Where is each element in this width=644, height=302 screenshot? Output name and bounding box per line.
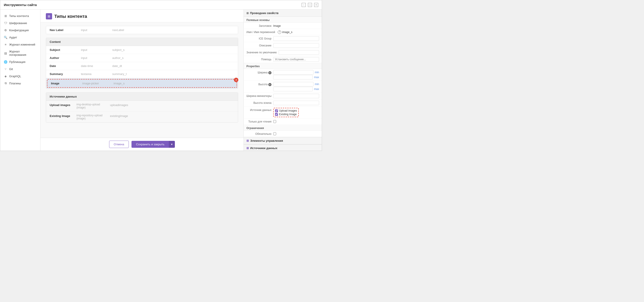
help-icon[interactable]: ? bbox=[278, 30, 281, 34]
sketch-height-input[interactable] bbox=[273, 101, 319, 105]
description-input[interactable] bbox=[273, 43, 319, 48]
form-area: Nav Label input navLabel Content Subject… bbox=[40, 22, 244, 138]
subject-varname: subject_s bbox=[112, 48, 124, 52]
sidebar-item-git[interactable]: ⑂Git bbox=[0, 65, 40, 73]
panel-row-default: Значение по умолчанию bbox=[244, 49, 322, 56]
upload-images-checkbox[interactable] bbox=[275, 109, 278, 112]
default-value-input[interactable] bbox=[278, 50, 319, 55]
main-layout: ⊞Типы контента🛡Шифрование⚙Конфигурация🔍А… bbox=[0, 9, 322, 151]
control-elements-label: Элементы управления bbox=[250, 139, 283, 143]
sidebar-item-log-journal[interactable]: ▤Журнал логирования bbox=[0, 48, 40, 58]
footer: Отмена Сохранить и закрыть ▾ bbox=[40, 138, 244, 151]
save-arrow-button[interactable]: ▾ bbox=[169, 141, 175, 148]
required-checkbox[interactable] bbox=[273, 132, 276, 135]
window-controls: − □ × bbox=[302, 3, 318, 7]
sidebar-label-configuration: Конфигурация bbox=[9, 28, 28, 32]
table-row: Author input author_s bbox=[46, 54, 238, 62]
panel-row-ice-group: ICE Group bbox=[244, 35, 322, 42]
existing-image-label: Existing Image bbox=[50, 114, 72, 118]
panel-row-thumb-width: Ширина миниатюры bbox=[244, 93, 322, 100]
help-input[interactable] bbox=[273, 57, 319, 62]
panel-row-header: Заголовок Image bbox=[244, 23, 322, 29]
app-title: Инструменты сайта bbox=[4, 3, 37, 7]
height-min-link[interactable]: min bbox=[315, 83, 319, 86]
existing-image-checkbox[interactable] bbox=[275, 113, 278, 116]
thumb-width-input[interactable] bbox=[273, 94, 319, 98]
cancel-button[interactable]: Отмена bbox=[109, 141, 129, 148]
width-min-link[interactable]: min bbox=[315, 71, 319, 74]
width-max-link[interactable]: max bbox=[314, 76, 319, 79]
save-button[interactable]: Сохранить и закрыть bbox=[132, 141, 169, 148]
page-header: ⊞ Типы контента bbox=[40, 9, 244, 22]
close-button[interactable]: × bbox=[314, 3, 318, 7]
sidebar-item-publication[interactable]: 🌐Публикация bbox=[0, 58, 40, 65]
panel-row-sketch-height: Высота эскиза bbox=[244, 100, 322, 107]
upload-images-varname: uploadimages bbox=[110, 103, 128, 107]
sidebar: ⊞Типы контента🛡Шифрование⚙Конфигурация🔍А… bbox=[0, 9, 40, 151]
sidebar-label-publication: Публикация bbox=[9, 60, 26, 64]
width-info-icon: ● bbox=[268, 71, 272, 74]
sidebar-item-plugins[interactable]: ⧉Плагины bbox=[0, 80, 40, 87]
sidebar-item-audit[interactable]: 🔍Аудит bbox=[0, 34, 40, 41]
width-min-input[interactable] bbox=[273, 70, 314, 75]
page-icon: ⊞ bbox=[46, 13, 52, 19]
app-window: Инструменты сайта − □ × ⊞Типы контента🛡Ш… bbox=[0, 0, 322, 151]
field-bases-group-title: Полевые основы bbox=[244, 17, 322, 23]
panel-body: Полевые основы Заголовок Image Имя / Имя… bbox=[244, 17, 322, 151]
page-title: Типы контента bbox=[54, 14, 87, 19]
height-label: Высота ● bbox=[246, 82, 273, 86]
panel-row-width: Ширина ● min max bbox=[244, 69, 322, 81]
existing-image-varname: existingImage bbox=[110, 114, 128, 118]
nav-label-field-varname: navLabel bbox=[112, 28, 124, 32]
sidebar-label-audit: Аудит bbox=[9, 36, 17, 39]
sidebar-label-log-journal: Журнал логирования bbox=[9, 50, 37, 56]
panel-row-datasource: Источник данных Upload images Existing I… bbox=[244, 107, 322, 119]
control-elements-collapsible[interactable]: ⊞ Элементы управления bbox=[244, 137, 322, 145]
upload-images-type-sub: (image) bbox=[76, 106, 106, 109]
minimize-button[interactable]: − bbox=[302, 3, 306, 7]
subject-type: input bbox=[81, 48, 103, 52]
sidebar-label-graphql: GraphQL bbox=[9, 75, 21, 78]
width-max-input[interactable] bbox=[273, 75, 312, 79]
sidebar-icon-log-journal: ▤ bbox=[4, 51, 7, 55]
author-type: input bbox=[81, 56, 103, 60]
existing-image-checkbox-label: Existing Image bbox=[279, 113, 297, 116]
ice-group-label: ICE Group bbox=[246, 37, 273, 40]
upload-images-checkbox-row: Upload images bbox=[275, 109, 297, 112]
panel-row-description: Описание bbox=[244, 42, 322, 49]
varname-field-label: Имя / Имя переменной bbox=[246, 31, 277, 34]
height-max-input[interactable] bbox=[273, 87, 312, 91]
datasources-collapsible[interactable]: ⊞ Источники данных bbox=[244, 145, 322, 151]
readonly-label: Только для чтения bbox=[246, 120, 273, 123]
sidebar-item-configuration[interactable]: ⚙Конфигурация bbox=[0, 26, 40, 34]
restrictions-group-title: Ограничения bbox=[244, 125, 322, 131]
sidebar-icon-git: ⑂ bbox=[4, 67, 8, 71]
sidebar-item-encryption[interactable]: 🛡Шифрование bbox=[0, 19, 40, 26]
sketch-height-label: Высота эскиза bbox=[246, 101, 273, 105]
sidebar-label-content-types: Типы контента bbox=[9, 14, 29, 18]
ice-group-input[interactable] bbox=[273, 36, 319, 41]
image-row[interactable]: Image image-picker image_s ✕ bbox=[47, 79, 237, 88]
sidebar-item-content-types[interactable]: ⊞Типы контента bbox=[0, 12, 40, 19]
datasources-collapsible-icon: ⊞ bbox=[246, 147, 249, 150]
sidebar-item-change-log[interactable]: ≡Журнал изменений bbox=[0, 41, 40, 48]
properties-group-title: Properties bbox=[244, 63, 322, 69]
height-min-input[interactable] bbox=[273, 82, 314, 86]
table-row: Summary textarea summary_t bbox=[46, 70, 238, 78]
restore-button[interactable]: □ bbox=[308, 3, 312, 7]
sidebar-icon-graphql: ◈ bbox=[4, 74, 8, 78]
datasources-section: Источники данных Upload images img-deskt… bbox=[46, 92, 238, 123]
datasource-label: Источник данных bbox=[246, 108, 273, 112]
readonly-checkbox[interactable] bbox=[273, 120, 276, 123]
content-area: ⊞ Типы контента Nav Label input navLabel… bbox=[40, 9, 244, 151]
upload-images-label: Upload images bbox=[50, 103, 72, 107]
panel-row-height: Высота ● min max bbox=[244, 81, 322, 93]
content-section: Content Subject input subject_s Author i… bbox=[46, 38, 238, 89]
remove-image-button[interactable]: ✕ bbox=[234, 78, 238, 82]
height-max-link[interactable]: max bbox=[314, 88, 319, 91]
nav-label-row: Nav Label input navLabel bbox=[46, 26, 238, 34]
content-section-header: Content bbox=[46, 38, 238, 46]
right-panel: ⊞ Проводник свойств Полевые основы Загол… bbox=[244, 9, 322, 151]
page-icon-glyph: ⊞ bbox=[48, 14, 50, 18]
sidebar-item-graphql[interactable]: ◈GraphQL bbox=[0, 73, 40, 80]
